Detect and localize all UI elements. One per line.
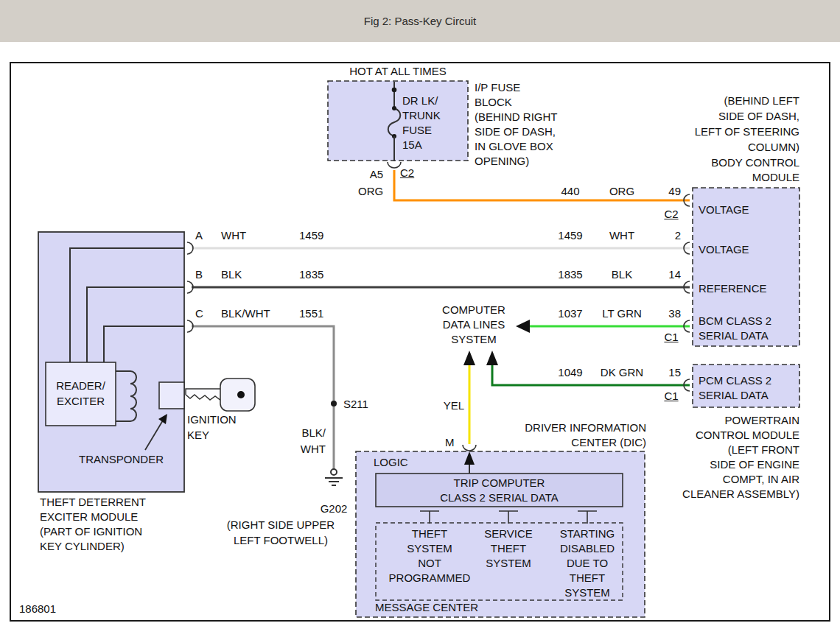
wire-blk-pin-label: 14 bbox=[657, 267, 681, 282]
wire-blk-left-circuit-label: 1835 bbox=[299, 267, 323, 282]
transponder-box bbox=[159, 382, 184, 409]
message-theft-not-programmed: THEFT SYSTEM NOT PROGRAMMED bbox=[384, 527, 475, 585]
bcm-pin-voltage-2-label: VOLTAGE bbox=[699, 242, 749, 257]
ground-id-label: G202 bbox=[312, 501, 355, 516]
message-starting-disabled: STARTING DISABLED DUE TO THEFT SYSTEM bbox=[549, 527, 626, 600]
wire-blk-wht-left-circuit-label: 1551 bbox=[299, 306, 323, 321]
computer-data-lines-label: COMPUTER DATA LINES SYSTEM bbox=[430, 303, 518, 347]
wire-wht-circuit-label: 1459 bbox=[553, 228, 588, 243]
wire-org-circuit-label: 440 bbox=[553, 184, 588, 199]
reader-exciter-label: READER/ EXCITER bbox=[46, 378, 116, 409]
wire-org-connector-label: C2 bbox=[662, 207, 681, 222]
splice-dot-s211 bbox=[331, 401, 337, 407]
wire-dk-grn-connector-label: C1 bbox=[662, 389, 681, 404]
splice-s211-label: S211 bbox=[343, 397, 368, 412]
bcm-name-label: BODY CONTROL MODULE bbox=[682, 155, 799, 185]
wire-yel-pin-label: M bbox=[445, 435, 455, 450]
bcm-pin-voltage-1-label: VOLTAGE bbox=[699, 203, 749, 217]
wire-blk-color-label: BLK bbox=[594, 267, 650, 282]
wire-lt-grn-color-label: LT GRN bbox=[594, 306, 650, 321]
wire-lt-grn-circuit-label: 1037 bbox=[553, 306, 588, 321]
wire-blk-left-color-label: BLK bbox=[221, 267, 242, 282]
wire-org-pin-label: 49 bbox=[657, 184, 681, 199]
fuse-connector-label: C2 bbox=[400, 166, 414, 180]
ground-location-label: (RIGHT SIDE UPPER LEFT FOOTWELL) bbox=[217, 517, 344, 548]
wire-dk-grn-color-label: DK GRN bbox=[594, 365, 650, 380]
dic-title-label: DRIVER INFORMATION CENTER (DIC) bbox=[511, 420, 646, 450]
wire-blk-terminal-label: B bbox=[195, 267, 203, 282]
bcm-pin-serial-data-label: BCM CLASS 2 SERIAL DATA bbox=[699, 314, 771, 343]
message-center-label: MESSAGE CENTER bbox=[375, 600, 478, 615]
pcm-name-label: PCM CLASS 2 SERIAL DATA bbox=[699, 373, 771, 403]
transponder-label: TRANSPONDER bbox=[79, 452, 164, 467]
fuse-block-location-label: I/P FUSE BLOCK (BEHIND RIGHT SIDE OF DAS… bbox=[475, 80, 587, 169]
wire-blk-wht-left-color-label: BLK/WHT bbox=[221, 306, 270, 321]
trip-computer-label: TRIP COMPUTER CLASS 2 SERIAL DATA bbox=[377, 476, 621, 505]
wire-wht-color-label: WHT bbox=[594, 228, 650, 243]
wire-yel-color-label: YEL bbox=[441, 398, 464, 413]
wire-lt-grn-pin-label: 38 bbox=[657, 306, 681, 321]
ground-wire-color-label: BLK/ WHT bbox=[292, 425, 326, 457]
wire-wht-pin-label: 2 bbox=[657, 228, 681, 243]
wire-dk-grn-pin-label: 15 bbox=[657, 365, 681, 380]
wire-wht-terminal-label: A bbox=[195, 228, 203, 243]
diagram-number: 186801 bbox=[19, 602, 56, 616]
wire-wht-left-circuit-label: 1459 bbox=[299, 228, 323, 243]
fuse-label: DR LK/ TRUNK FUSE 15A bbox=[402, 94, 464, 152]
wire-wht-left-color-label: WHT bbox=[221, 228, 246, 243]
hot-at-all-times-label: HOT AT ALL TIMES bbox=[333, 64, 463, 79]
ignition-key-label: IGNITION KEY bbox=[187, 412, 237, 443]
message-service-theft-system: SERVICE THEFT SYSTEM bbox=[472, 527, 545, 571]
wire-org-color-label: ORG bbox=[594, 184, 650, 199]
fuse-bus-dot bbox=[392, 88, 397, 93]
wire-org-left-color-label: ORG bbox=[358, 184, 383, 199]
wire-blk-circuit-label: 1835 bbox=[553, 267, 588, 282]
wiring-diagram-page: Fig 2: Pass-Key Circuit bbox=[0, 0, 840, 637]
fuse-terminal-top-dot bbox=[392, 106, 396, 110]
pcm-location-label: POWERTRAIN CONTROL MODULE (LEFT FRONT SI… bbox=[673, 413, 799, 501]
fuse-pin-label: A5 bbox=[361, 167, 383, 182]
dic-logic-label: LOGIC bbox=[374, 455, 408, 470]
wire-dk-grn-circuit-label: 1049 bbox=[553, 365, 588, 380]
bcm-location-label: (BEHIND LEFT SIDE OF DASH, LEFT OF STEER… bbox=[682, 93, 799, 155]
wire-lt-grn-connector-label: C1 bbox=[662, 330, 681, 345]
bcm-pin-reference-label: REFERENCE bbox=[699, 281, 767, 296]
theft-deterrent-module-label: THEFT DETERRENT EXCITER MODULE (PART OF … bbox=[40, 495, 181, 554]
wire-blk-wht-terminal-label: C bbox=[195, 306, 203, 321]
key-head-hole bbox=[237, 391, 245, 398]
